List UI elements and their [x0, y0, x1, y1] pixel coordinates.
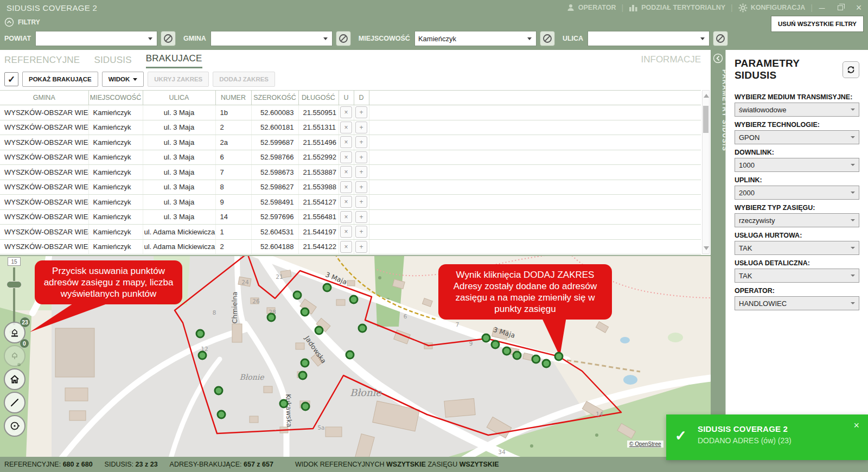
add-row-button[interactable]: +: [355, 241, 367, 253]
show-missing-checkbox[interactable]: ✓: [4, 72, 18, 86]
collapse-panel-icon[interactable]: [713, 53, 723, 66]
coverage-point-marker[interactable]: [293, 291, 301, 299]
coverage-point-marker[interactable]: [301, 308, 309, 316]
table-row[interactable]: WYSZKÓW-OBSZAR WIEJSKIKamieńczykul. 3 Ma…: [0, 105, 701, 120]
coverage-point-marker[interactable]: [542, 360, 550, 367]
panel-select-uplink[interactable]: 2000: [735, 186, 859, 200]
remove-row-button[interactable]: ×: [340, 211, 352, 223]
column-header-gmina[interactable]: GMINA: [0, 91, 88, 105]
coverage-point-marker[interactable]: [218, 411, 225, 418]
measure-button[interactable]: [4, 392, 25, 413]
add-row-button[interactable]: +: [355, 136, 367, 148]
scroll-down-icon[interactable]: [704, 246, 709, 250]
coverage-point-marker[interactable]: [503, 347, 510, 355]
panel-strip[interactable]: PARAMETRY SIDUSIS: [711, 50, 725, 457]
panel-select-wybierz-technologie[interactable]: GPON: [735, 130, 859, 144]
tab-informacje[interactable]: INFORMACJE: [641, 54, 701, 65]
close-button[interactable]: ×: [850, 0, 868, 15]
coverage-point-marker[interactable]: [280, 400, 288, 407]
zoom-slider-handle[interactable]: [7, 281, 22, 288]
column-header-szerokość[interactable]: SZEROKOŚĆ: [251, 91, 298, 105]
panel-select-operator[interactable]: HANDLOWIEC: [735, 296, 859, 310]
restore-button[interactable]: [831, 0, 850, 15]
remove-all-filters-button[interactable]: USUŃ WSZYSTKIE FILTRY: [771, 16, 864, 32]
table-row[interactable]: WYSZKÓW-OBSZAR WIEJSKIKamieńczykul. 3 Ma…: [0, 120, 701, 135]
add-row-button[interactable]: +: [355, 181, 367, 193]
menu-item-operator[interactable]: OPERATOR: [561, 0, 622, 15]
table-row[interactable]: WYSZKÓW-OBSZAR WIEJSKIKamieńczykul. 3 Ma…: [0, 209, 701, 225]
coverage-point-marker[interactable]: [302, 403, 309, 410]
map-attribution-link[interactable]: © OpenStree: [627, 441, 663, 448]
coverage-point-marker[interactable]: [482, 334, 490, 342]
column-header-ulica[interactable]: ULICA: [143, 91, 215, 105]
remove-row-button[interactable]: ×: [340, 181, 352, 193]
add-row-button[interactable]: +: [355, 122, 367, 133]
remove-row-button[interactable]: ×: [340, 226, 352, 238]
panel-select-us-uga-hurtowa[interactable]: TAK: [735, 241, 859, 255]
table-scrollbar[interactable]: [702, 90, 710, 254]
menu-item-konfiguracja[interactable]: KONFIGURACJA: [733, 0, 811, 15]
filter-combobox-miejscowo[interactable]: Kamieńczyk: [414, 31, 537, 46]
home-button[interactable]: [4, 368, 25, 390]
coverage-point-marker[interactable]: [513, 352, 521, 359]
coverage-point-marker[interactable]: [299, 372, 307, 379]
scroll-up-icon[interactable]: [704, 94, 709, 98]
remove-row-button[interactable]: ×: [340, 122, 352, 133]
add-row-button[interactable]: +: [355, 196, 367, 208]
coverage-point-marker[interactable]: [215, 387, 222, 394]
column-header-długość[interactable]: DŁUGOŚĆ: [298, 91, 339, 105]
coverage-point-marker[interactable]: [346, 351, 354, 359]
filter-combobox-ulica[interactable]: [588, 31, 710, 46]
scrollbar-thumb[interactable]: [703, 106, 709, 133]
column-header-miejscowość[interactable]: MIEJSCOWOŚĆ: [88, 91, 143, 105]
toolbar-button-widok[interactable]: WIDOK: [102, 72, 144, 87]
remove-row-button[interactable]: ×: [340, 106, 352, 118]
table-row[interactable]: WYSZKÓW-OBSZAR WIEJSKIKamieńczykul. Adam…: [0, 239, 701, 254]
panel-select-wybierz-medium-transmisyjne[interactable]: światłowodowe: [735, 103, 859, 117]
panel-select-us-uga-detaliczna[interactable]: TAK: [735, 269, 859, 283]
tab-sidusis[interactable]: SIDUSIS: [94, 55, 131, 68]
remove-row-button[interactable]: ×: [340, 151, 352, 163]
minimize-button[interactable]: ─: [813, 0, 831, 15]
coverage-point-marker[interactable]: [555, 353, 563, 360]
collapse-filters-icon[interactable]: [4, 17, 14, 27]
remove-row-button[interactable]: ×: [340, 241, 352, 253]
locate-button[interactable]: [4, 415, 25, 437]
coverage-point-marker[interactable]: [350, 296, 358, 303]
add-row-button[interactable]: +: [355, 226, 367, 238]
add-row-button[interactable]: +: [355, 211, 367, 223]
filter-clear-block-button-powiat[interactable]: [161, 31, 176, 46]
coverage-point-marker[interactable]: [196, 330, 204, 337]
refresh-button[interactable]: [843, 61, 859, 78]
filter-combobox-powiat[interactable]: [35, 31, 157, 46]
remove-row-button[interactable]: ×: [340, 196, 352, 208]
table-row[interactable]: WYSZKÓW-OBSZAR WIEJSKIKamieńczykul. 3 Ma…: [0, 135, 701, 150]
panel-select-downlink[interactable]: 1000: [735, 158, 859, 172]
coverage-point-marker[interactable]: [532, 355, 540, 363]
menu-item-podzia-terytorialny[interactable]: PODZIAŁ TERYTORIALNY: [623, 0, 731, 15]
coverage-point-marker[interactable]: [315, 327, 323, 334]
table-row[interactable]: WYSZKÓW-OBSZAR WIEJSKIKamieńczykul. 3 Ma…: [0, 150, 701, 165]
toolbar-button-pokaż-brakujące[interactable]: POKAŻ BRAKUJĄCE: [22, 72, 98, 87]
filter-combobox-gmina[interactable]: [210, 31, 333, 46]
panel-select-wybierz-typ-zasi-gu[interactable]: rzeczywisty: [735, 213, 859, 227]
filter-clear-block-button-ulica[interactable]: [713, 31, 728, 46]
zoom-slider-track[interactable]: [13, 267, 15, 325]
column-header-numer[interactable]: NUMER: [215, 91, 251, 105]
coverage-point-marker[interactable]: [323, 284, 331, 291]
tab-brakujace[interactable]: BRAKUJACE: [146, 53, 202, 68]
remove-row-button[interactable]: ×: [340, 166, 352, 178]
map[interactable]: ChmielnaJadowskaKukawska3 Maja3 Maja Bło…: [0, 255, 711, 457]
filter-clear-block-button-miejscowo[interactable]: [540, 31, 555, 46]
add-row-button[interactable]: +: [355, 166, 367, 178]
coverage-point-marker[interactable]: [359, 324, 366, 332]
filter-clear-block-button-gmina[interactable]: [336, 31, 351, 46]
column-header-u[interactable]: U: [339, 91, 354, 105]
coverage-point-marker[interactable]: [199, 352, 206, 359]
coverage-point-marker[interactable]: [301, 359, 309, 367]
table-row[interactable]: WYSZKÓW-OBSZAR WIEJSKIKamieńczykul. 3 Ma…: [0, 195, 701, 210]
toast-close-button[interactable]: ×: [853, 420, 859, 431]
remove-row-button[interactable]: ×: [340, 136, 352, 148]
table-row[interactable]: WYSZKÓW-OBSZAR WIEJSKIKamieńczykul. Adam…: [0, 225, 701, 240]
tab-referencyjne[interactable]: REFERENCYJNE: [4, 55, 80, 68]
